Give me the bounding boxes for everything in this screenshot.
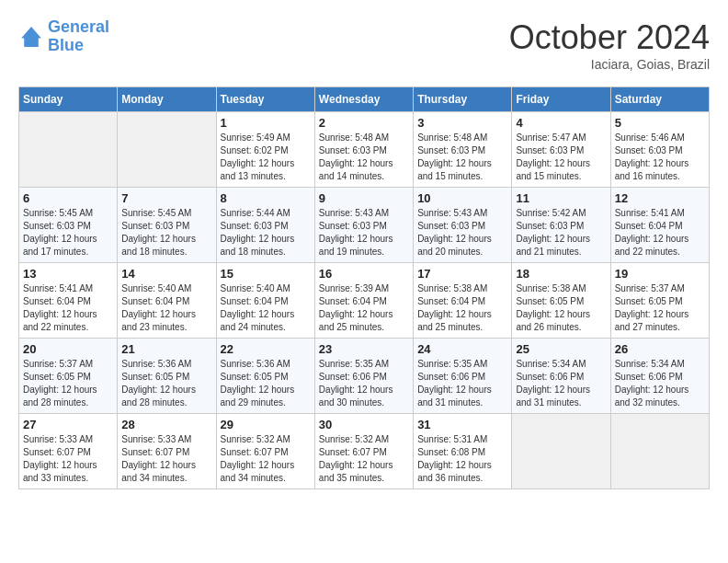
calendar-week-row: 1Sunrise: 5:49 AMSunset: 6:02 PMDaylight…	[19, 112, 710, 188]
day-detail: Sunrise: 5:38 AMSunset: 6:04 PMDaylight:…	[417, 282, 507, 334]
day-number: 17	[417, 267, 507, 281]
calendar-cell: 24Sunrise: 5:35 AMSunset: 6:06 PMDayligh…	[414, 339, 512, 414]
day-number: 8	[221, 191, 311, 205]
calendar-cell: 13Sunrise: 5:41 AMSunset: 6:04 PMDayligh…	[19, 263, 118, 339]
svg-marker-0	[21, 27, 41, 47]
logo: General Blue	[18, 18, 109, 55]
month-title: October 2024	[509, 18, 710, 57]
calendar-week-row: 27Sunrise: 5:33 AMSunset: 6:07 PMDayligh…	[19, 414, 710, 489]
day-number: 15	[221, 267, 311, 281]
calendar-cell: 14Sunrise: 5:40 AMSunset: 6:04 PMDayligh…	[118, 263, 216, 339]
calendar-cell: 31Sunrise: 5:31 AMSunset: 6:08 PMDayligh…	[414, 414, 512, 489]
header-day: Tuesday	[216, 87, 314, 112]
calendar-cell	[118, 112, 216, 188]
day-detail: Sunrise: 5:32 AMSunset: 6:07 PMDaylight:…	[221, 433, 311, 485]
calendar-cell: 22Sunrise: 5:36 AMSunset: 6:05 PMDayligh…	[216, 339, 314, 414]
day-number: 9	[319, 191, 409, 205]
day-detail: Sunrise: 5:34 AMSunset: 6:06 PMDaylight:…	[615, 358, 705, 409]
calendar-cell: 12Sunrise: 5:41 AMSunset: 6:04 PMDayligh…	[610, 188, 709, 263]
day-number: 6	[23, 191, 113, 205]
day-number: 16	[319, 267, 409, 281]
day-detail: Sunrise: 5:41 AMSunset: 6:04 PMDaylight:…	[23, 282, 113, 334]
logo-text: General Blue	[48, 18, 109, 55]
header-day: Saturday	[610, 87, 709, 112]
day-number: 10	[417, 191, 507, 205]
title-block: October 2024 Iaciara, Goias, Brazil	[509, 18, 710, 72]
calendar-cell: 20Sunrise: 5:37 AMSunset: 6:05 PMDayligh…	[19, 339, 118, 414]
day-number: 11	[516, 191, 606, 205]
calendar-body: 1Sunrise: 5:49 AMSunset: 6:02 PMDaylight…	[19, 112, 710, 489]
logo-line1: General	[48, 17, 109, 36]
calendar-cell: 17Sunrise: 5:38 AMSunset: 6:04 PMDayligh…	[414, 263, 512, 339]
calendar-cell: 5Sunrise: 5:46 AMSunset: 6:03 PMDaylight…	[610, 112, 709, 188]
day-number: 20	[23, 342, 113, 356]
calendar-header: SundayMondayTuesdayWednesdayThursdayFrid…	[19, 87, 710, 112]
day-detail: Sunrise: 5:44 AMSunset: 6:03 PMDaylight:…	[221, 207, 311, 259]
day-number: 14	[121, 267, 211, 281]
calendar-cell: 16Sunrise: 5:39 AMSunset: 6:04 PMDayligh…	[314, 263, 413, 339]
calendar-cell: 26Sunrise: 5:34 AMSunset: 6:06 PMDayligh…	[610, 339, 709, 414]
day-number: 27	[23, 418, 113, 431]
day-number: 22	[221, 342, 311, 356]
calendar-cell: 9Sunrise: 5:43 AMSunset: 6:03 PMDaylight…	[314, 188, 413, 263]
calendar-cell: 15Sunrise: 5:40 AMSunset: 6:04 PMDayligh…	[216, 263, 314, 339]
day-detail: Sunrise: 5:41 AMSunset: 6:04 PMDaylight:…	[615, 207, 705, 259]
calendar-cell: 10Sunrise: 5:43 AMSunset: 6:03 PMDayligh…	[414, 188, 512, 263]
day-number: 26	[615, 342, 705, 356]
calendar-cell: 28Sunrise: 5:33 AMSunset: 6:07 PMDayligh…	[118, 414, 216, 489]
day-detail: Sunrise: 5:35 AMSunset: 6:06 PMDaylight:…	[319, 358, 409, 409]
day-detail: Sunrise: 5:46 AMSunset: 6:03 PMDaylight:…	[615, 132, 705, 183]
day-detail: Sunrise: 5:40 AMSunset: 6:04 PMDaylight:…	[221, 282, 311, 334]
page-header: General Blue October 2024 Iaciara, Goias…	[18, 18, 710, 72]
calendar-cell	[610, 414, 709, 489]
day-number: 12	[615, 191, 705, 205]
day-number: 28	[121, 418, 211, 431]
day-detail: Sunrise: 5:45 AMSunset: 6:03 PMDaylight:…	[23, 207, 113, 259]
day-number: 21	[121, 342, 211, 356]
day-detail: Sunrise: 5:47 AMSunset: 6:03 PMDaylight:…	[516, 132, 606, 183]
calendar-cell: 18Sunrise: 5:38 AMSunset: 6:05 PMDayligh…	[512, 263, 610, 339]
day-detail: Sunrise: 5:33 AMSunset: 6:07 PMDaylight:…	[121, 433, 211, 485]
calendar-cell: 7Sunrise: 5:45 AMSunset: 6:03 PMDaylight…	[118, 188, 216, 263]
header-day: Monday	[118, 87, 216, 112]
calendar-cell: 27Sunrise: 5:33 AMSunset: 6:07 PMDayligh…	[19, 414, 118, 489]
day-detail: Sunrise: 5:34 AMSunset: 6:06 PMDaylight:…	[516, 358, 606, 409]
day-detail: Sunrise: 5:36 AMSunset: 6:05 PMDaylight:…	[221, 358, 311, 409]
calendar-cell: 19Sunrise: 5:37 AMSunset: 6:05 PMDayligh…	[610, 263, 709, 339]
calendar-cell: 6Sunrise: 5:45 AMSunset: 6:03 PMDaylight…	[19, 188, 118, 263]
location-subtitle: Iaciara, Goias, Brazil	[509, 57, 710, 72]
day-number: 3	[417, 116, 507, 130]
calendar-cell	[512, 414, 610, 489]
logo-line2: Blue	[48, 37, 109, 55]
day-detail: Sunrise: 5:38 AMSunset: 6:05 PMDaylight:…	[516, 282, 606, 334]
calendar-cell: 30Sunrise: 5:32 AMSunset: 6:07 PMDayligh…	[314, 414, 413, 489]
header-row: SundayMondayTuesdayWednesdayThursdayFrid…	[19, 87, 710, 112]
day-detail: Sunrise: 5:43 AMSunset: 6:03 PMDaylight:…	[319, 207, 409, 259]
calendar-table: SundayMondayTuesdayWednesdayThursdayFrid…	[18, 86, 710, 489]
calendar-week-row: 13Sunrise: 5:41 AMSunset: 6:04 PMDayligh…	[19, 263, 710, 339]
day-number: 2	[319, 116, 409, 130]
day-number: 1	[221, 116, 311, 130]
calendar-cell: 1Sunrise: 5:49 AMSunset: 6:02 PMDaylight…	[216, 112, 314, 188]
day-detail: Sunrise: 5:45 AMSunset: 6:03 PMDaylight:…	[121, 207, 211, 259]
day-number: 13	[23, 267, 113, 281]
day-number: 19	[615, 267, 705, 281]
calendar-cell: 23Sunrise: 5:35 AMSunset: 6:06 PMDayligh…	[314, 339, 413, 414]
calendar-cell	[19, 112, 118, 188]
day-detail: Sunrise: 5:33 AMSunset: 6:07 PMDaylight:…	[23, 433, 113, 485]
day-detail: Sunrise: 5:36 AMSunset: 6:05 PMDaylight:…	[121, 358, 211, 409]
day-number: 24	[417, 342, 507, 356]
day-detail: Sunrise: 5:37 AMSunset: 6:05 PMDaylight:…	[615, 282, 705, 334]
day-detail: Sunrise: 5:39 AMSunset: 6:04 PMDaylight:…	[319, 282, 409, 334]
day-number: 23	[319, 342, 409, 356]
day-number: 18	[516, 267, 606, 281]
calendar-week-row: 6Sunrise: 5:45 AMSunset: 6:03 PMDaylight…	[19, 188, 710, 263]
calendar-cell: 29Sunrise: 5:32 AMSunset: 6:07 PMDayligh…	[216, 414, 314, 489]
calendar-week-row: 20Sunrise: 5:37 AMSunset: 6:05 PMDayligh…	[19, 339, 710, 414]
calendar-cell: 4Sunrise: 5:47 AMSunset: 6:03 PMDaylight…	[512, 112, 610, 188]
day-number: 30	[319, 418, 409, 431]
calendar-cell: 8Sunrise: 5:44 AMSunset: 6:03 PMDaylight…	[216, 188, 314, 263]
day-detail: Sunrise: 5:48 AMSunset: 6:03 PMDaylight:…	[319, 132, 409, 183]
header-day: Wednesday	[314, 87, 413, 112]
day-detail: Sunrise: 5:37 AMSunset: 6:05 PMDaylight:…	[23, 358, 113, 409]
